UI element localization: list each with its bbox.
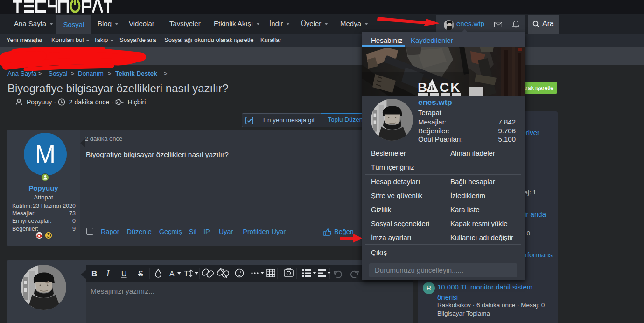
svg-text:A: A [169,270,175,278]
svg-text:S: S [138,270,143,278]
svg-text:I: I [106,268,110,278]
svg-text:B: B [91,269,97,278]
svg-text:T: T [184,269,189,278]
svg-text:U: U [121,270,127,278]
svg-text:CK: CK [440,80,461,95]
